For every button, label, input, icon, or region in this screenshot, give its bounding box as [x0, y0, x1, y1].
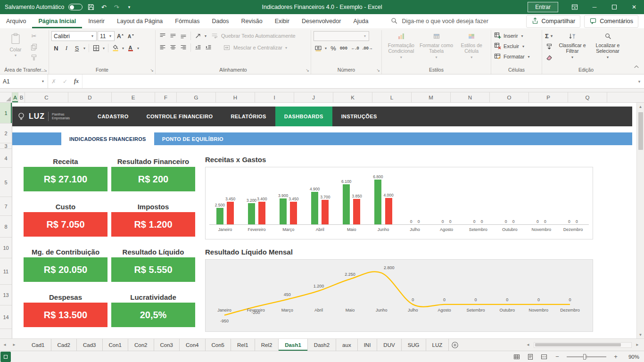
- autosum-button[interactable]: Σ ▾: [545, 31, 554, 41]
- insert-cells-button[interactable]: Inserir ▾: [494, 31, 539, 41]
- column-header-j[interactable]: J: [294, 92, 333, 102]
- select-all-button[interactable]: [0, 92, 12, 102]
- dash-subtab-indicadores-financeiros[interactable]: INDICADORES FINANCEIROS: [61, 132, 154, 145]
- borders-button[interactable]: [91, 43, 101, 53]
- clear-button[interactable]: [545, 53, 554, 62]
- column-header-m[interactable]: M: [412, 92, 451, 102]
- cell-styles-button[interactable]: Estilos de Célula ▾: [454, 31, 488, 59]
- dash-nav-dashboards[interactable]: DASHBOARDS: [275, 107, 332, 126]
- underline-caret-icon[interactable]: ▾: [83, 46, 86, 50]
- cut-button[interactable]: ✂: [29, 31, 39, 41]
- ribbon-tab-dados[interactable]: Dados: [206, 14, 235, 28]
- delete-cells-button[interactable]: Excluir ▾: [494, 41, 539, 51]
- dash-nav-cadastro[interactable]: CADASTRO: [89, 107, 138, 126]
- scroll-right-icon[interactable]: ►: [633, 343, 642, 347]
- increase-indent-button[interactable]: [204, 43, 213, 52]
- horizontal-scrollbar-track[interactable]: [534, 342, 632, 348]
- font-size-select[interactable]: 11 ▾: [98, 31, 115, 41]
- sheet-tab-con1[interactable]: Con1: [103, 339, 129, 351]
- next-sheet-icon[interactable]: ►: [9, 339, 19, 351]
- insert-function-icon[interactable]: fx: [71, 74, 82, 88]
- zoom-out-button[interactable]: −: [554, 353, 561, 360]
- align-left-button[interactable]: [158, 43, 167, 52]
- sheet-tab-con4[interactable]: Con4: [180, 339, 206, 351]
- align-middle-button[interactable]: [168, 31, 178, 41]
- horizontal-scrollbar[interactable]: ◄ ►: [523, 339, 644, 351]
- borders-caret-icon[interactable]: ▾: [102, 46, 106, 50]
- dash-subtab-ponto-de-equilibrio[interactable]: PONTO DE EQUILÍBRIO: [154, 132, 231, 145]
- name-box[interactable]: A1 ▾: [0, 74, 48, 88]
- ribbon-tab-layout-da-pagina[interactable]: Layout da Página: [111, 14, 169, 28]
- align-right-button[interactable]: [179, 43, 188, 52]
- column-header-f[interactable]: F: [155, 92, 177, 102]
- share-button[interactable]: Compartilhar: [526, 15, 581, 28]
- sheet-tab-dash2[interactable]: Dash2: [308, 339, 336, 351]
- scroll-up-icon[interactable]: ▲: [639, 103, 643, 110]
- ribbon-tab-formulas[interactable]: Fórmulas: [169, 14, 206, 28]
- horizontal-scrollbar-thumb[interactable]: [535, 343, 621, 346]
- align-top-button[interactable]: [158, 31, 167, 41]
- sheet-tab-con2[interactable]: Con2: [128, 339, 154, 351]
- page-break-view-button[interactable]: [540, 353, 548, 361]
- number-format-select[interactable]: ▾: [314, 31, 369, 41]
- column-header-g[interactable]: G: [177, 92, 216, 102]
- font-color-caret-icon[interactable]: ▾: [136, 46, 140, 50]
- macro-record-button[interactable]: [0, 352, 11, 362]
- column-header-o[interactable]: O: [490, 92, 529, 102]
- new-sheet-button[interactable]: [449, 339, 461, 351]
- row-header-14[interactable]: 14: [0, 305, 12, 329]
- sheet-tab-ini[interactable]: INI: [358, 339, 378, 351]
- row-header-1[interactable]: 1: [0, 103, 12, 123]
- row-header-13[interactable]: 13: [0, 285, 12, 305]
- format-painter-button[interactable]: [29, 53, 39, 62]
- column-header-h[interactable]: H: [216, 92, 255, 102]
- comments-button[interactable]: Comentários: [584, 15, 638, 28]
- decrease-font-size-button[interactable]: A: [126, 32, 135, 41]
- row-header-4[interactable]: 4: [0, 149, 12, 168]
- fill-color-caret-icon[interactable]: ▾: [121, 46, 125, 50]
- zoom-slider[interactable]: [567, 356, 606, 357]
- orientation-button[interactable]: [193, 31, 203, 41]
- percent-style-button[interactable]: %: [329, 43, 338, 53]
- ribbon-tab-arquivo[interactable]: Arquivo: [0, 14, 32, 28]
- alignment-dialog-launcher[interactable]: ↘: [305, 68, 309, 73]
- column-header-a[interactable]: A: [12, 92, 18, 102]
- column-header-l[interactable]: L: [372, 92, 412, 102]
- row-header-11[interactable]: 11: [0, 258, 12, 285]
- sheet-tab-luz[interactable]: LUZ: [426, 339, 449, 351]
- italic-button[interactable]: I: [62, 43, 71, 53]
- previous-sheet-icon[interactable]: ◄: [0, 339, 9, 351]
- format-cells-button[interactable]: Formatar ▾: [494, 52, 539, 61]
- scroll-down-icon[interactable]: ▼: [639, 331, 643, 338]
- copy-button[interactable]: [29, 42, 39, 51]
- ribbon-tab-inserir[interactable]: Inserir: [82, 14, 111, 28]
- column-header-d[interactable]: D: [68, 92, 112, 102]
- sheet-tab-sug[interactable]: SUG: [402, 339, 426, 351]
- maximize-button[interactable]: [604, 0, 624, 14]
- increase-font-size-button[interactable]: A: [116, 32, 125, 41]
- dash-nav-instrucoes[interactable]: INSTRUÇÕES: [332, 107, 386, 126]
- fill-color-button[interactable]: [111, 43, 120, 53]
- column-header-b[interactable]: B: [18, 92, 25, 102]
- zoom-slider-thumb[interactable]: [583, 354, 586, 360]
- formula-input[interactable]: [82, 74, 635, 88]
- find-select-button[interactable]: Localizar e Selecionar ▾: [591, 31, 625, 62]
- customize-quick-access-icon[interactable]: ▾: [125, 3, 133, 11]
- column-header-p[interactable]: P: [529, 92, 568, 102]
- close-button[interactable]: ✕: [624, 0, 644, 14]
- sheet-tab-dash1[interactable]: Dash1: [279, 339, 308, 351]
- column-header-i[interactable]: I: [255, 92, 294, 102]
- comma-style-button[interactable]: 000: [339, 43, 348, 53]
- scroll-left-icon[interactable]: ◄: [523, 343, 533, 347]
- paste-button[interactable]: Colar ▾: [3, 31, 28, 62]
- sort-filter-button[interactable]: Classificar e Filtrar ▾: [555, 31, 589, 62]
- row-header-10[interactable]: 10: [0, 238, 12, 258]
- zoom-level[interactable]: 90%: [625, 354, 639, 360]
- dash-nav-relatorios[interactable]: RELATÓRIOS: [222, 107, 275, 126]
- accounting-format-button[interactable]: [314, 43, 323, 53]
- decrease-decimal-button[interactable]: .00→: [362, 43, 374, 53]
- sheet-tab-con3[interactable]: Con3: [154, 339, 180, 351]
- ribbon-display-options-icon[interactable]: [565, 0, 585, 14]
- row-header-2[interactable]: 2: [0, 123, 12, 143]
- bold-button[interactable]: N: [51, 43, 61, 53]
